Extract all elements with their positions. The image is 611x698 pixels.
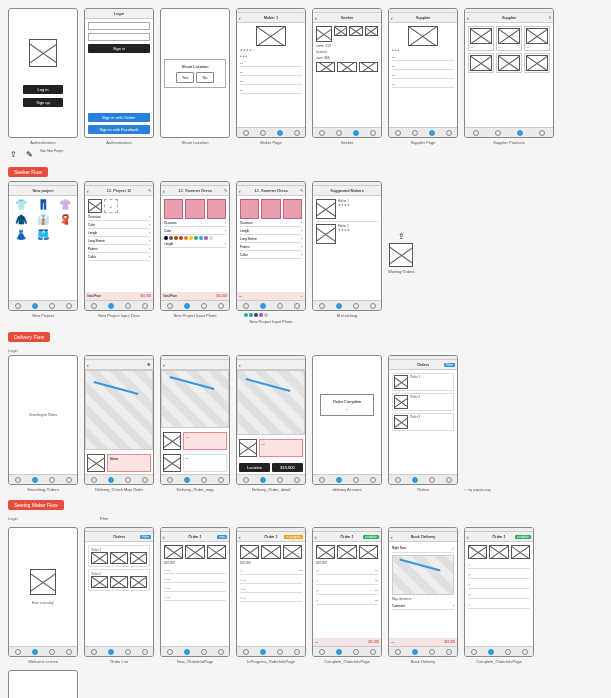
back-icon[interactable]: ‹ bbox=[163, 362, 165, 368]
nav-item[interactable] bbox=[446, 477, 452, 483]
nav-item[interactable] bbox=[319, 130, 325, 136]
order-row[interactable]: Order 2 bbox=[392, 393, 454, 411]
nav-item[interactable] bbox=[66, 303, 72, 309]
nav-item[interactable] bbox=[218, 477, 224, 483]
nav-item[interactable] bbox=[353, 303, 359, 309]
nav-item[interactable] bbox=[539, 130, 545, 136]
nav-item[interactable] bbox=[395, 649, 401, 655]
nav-item[interactable] bbox=[32, 649, 38, 655]
nav-item[interactable] bbox=[522, 649, 528, 655]
field-row[interactable]: Long Sleeve› bbox=[240, 236, 302, 243]
nav-item[interactable] bbox=[319, 477, 325, 483]
order-card[interactable]: Order 1 bbox=[88, 545, 150, 567]
nav-item[interactable] bbox=[243, 130, 249, 136]
nav-item[interactable] bbox=[517, 130, 523, 136]
nav-item[interactable] bbox=[336, 477, 342, 483]
nav-item[interactable] bbox=[336, 649, 342, 655]
nav-item[interactable] bbox=[184, 649, 190, 655]
signin-button[interactable]: Sign in bbox=[88, 44, 150, 53]
username-input[interactable] bbox=[88, 22, 150, 30]
nav-item[interactable] bbox=[66, 649, 72, 655]
nav-item[interactable] bbox=[201, 477, 207, 483]
field-pattern[interactable]: Pattern› bbox=[88, 246, 150, 253]
map-view[interactable] bbox=[237, 370, 305, 435]
field-sleeve[interactable]: Long Sleeve› bbox=[88, 238, 150, 245]
nav-item[interactable] bbox=[218, 303, 224, 309]
nav-item[interactable] bbox=[260, 303, 266, 309]
nav-item[interactable] bbox=[429, 130, 435, 136]
nav-item[interactable] bbox=[243, 303, 249, 309]
nav-item[interactable] bbox=[370, 130, 376, 136]
back-icon[interactable]: ‹ bbox=[391, 534, 393, 540]
field-row[interactable]: Length› bbox=[164, 241, 226, 248]
back-icon[interactable]: ‹ bbox=[239, 188, 241, 194]
signup-button[interactable]: Sign up bbox=[23, 98, 63, 107]
nav-item[interactable] bbox=[108, 303, 114, 309]
nav-item[interactable] bbox=[495, 130, 501, 136]
nav-item[interactable] bbox=[243, 649, 249, 655]
nav-item[interactable] bbox=[260, 130, 266, 136]
garment-icon[interactable]: 🩳 bbox=[34, 229, 52, 240]
color-swatches[interactable] bbox=[164, 236, 226, 240]
nav-item[interactable] bbox=[15, 303, 21, 309]
nav-item[interactable] bbox=[336, 303, 342, 309]
nav-item[interactable] bbox=[201, 649, 207, 655]
field-row[interactable]: Occasion› bbox=[164, 220, 226, 227]
filter-button[interactable]: Filter bbox=[444, 363, 455, 367]
garment-icon[interactable]: 👔 bbox=[34, 214, 52, 225]
maker-card[interactable]: Maker 2★★★★ bbox=[316, 224, 378, 244]
nav-item[interactable] bbox=[32, 303, 38, 309]
nav-item[interactable] bbox=[218, 649, 224, 655]
nav-item[interactable] bbox=[167, 477, 173, 483]
product-card[interactable] bbox=[496, 53, 522, 73]
product-card[interactable] bbox=[524, 53, 550, 73]
nav-item[interactable] bbox=[277, 303, 283, 309]
nav-item[interactable] bbox=[446, 130, 452, 136]
field-row[interactable]: Length› bbox=[240, 228, 302, 235]
nav-item[interactable] bbox=[108, 649, 114, 655]
nav-item[interactable] bbox=[395, 130, 401, 136]
back-icon[interactable]: ‹ bbox=[315, 15, 317, 21]
field-color[interactable]: Color› bbox=[88, 222, 150, 229]
back-icon[interactable]: ‹ bbox=[239, 362, 241, 368]
garment-icon[interactable]: 👗 bbox=[12, 229, 30, 240]
nav-item[interactable] bbox=[184, 303, 190, 309]
nav-item[interactable] bbox=[353, 130, 359, 136]
nav-item[interactable] bbox=[395, 477, 401, 483]
nav-item[interactable] bbox=[294, 649, 300, 655]
nav-item[interactable] bbox=[446, 649, 452, 655]
price-button[interactable]: $10,000 bbox=[272, 463, 303, 472]
nav-item[interactable] bbox=[167, 303, 173, 309]
back-icon[interactable]: ‹ bbox=[163, 534, 165, 540]
back-icon[interactable]: ‹ bbox=[239, 534, 241, 540]
nav-item[interactable] bbox=[412, 130, 418, 136]
field-row[interactable]: Collar› bbox=[240, 252, 302, 259]
garment-icon[interactable]: 👚 bbox=[56, 199, 74, 210]
back-icon[interactable]: ‹ bbox=[163, 188, 165, 194]
back-icon[interactable]: ‹ bbox=[467, 534, 469, 540]
edit-icon[interactable]: ✎ bbox=[148, 188, 151, 193]
nav-item[interactable] bbox=[49, 649, 55, 655]
nav-item[interactable] bbox=[125, 649, 131, 655]
nav-item[interactable] bbox=[294, 130, 300, 136]
nav-item[interactable] bbox=[201, 303, 207, 309]
field-row[interactable]: Pattern› bbox=[240, 244, 302, 251]
nav-item[interactable] bbox=[66, 477, 72, 483]
nav-item[interactable] bbox=[260, 477, 266, 483]
field-row[interactable]: Occasion› bbox=[240, 220, 302, 227]
nav-item[interactable] bbox=[370, 303, 376, 309]
nav-item[interactable] bbox=[412, 649, 418, 655]
product-card[interactable]: — bbox=[524, 26, 550, 51]
password-input[interactable] bbox=[88, 33, 150, 41]
nav-item[interactable] bbox=[108, 477, 114, 483]
nav-item[interactable] bbox=[91, 303, 97, 309]
garment-icon[interactable]: 👖 bbox=[34, 199, 52, 210]
map-view[interactable] bbox=[392, 555, 454, 595]
nav-item[interactable] bbox=[91, 649, 97, 655]
field-length[interactable]: Length› bbox=[88, 230, 150, 237]
nav-item[interactable] bbox=[294, 477, 300, 483]
nav-item[interactable] bbox=[319, 649, 325, 655]
order-row[interactable]: Order 3 bbox=[392, 413, 454, 431]
back-icon[interactable]: ‹ bbox=[87, 188, 89, 194]
nav-item[interactable] bbox=[429, 649, 435, 655]
